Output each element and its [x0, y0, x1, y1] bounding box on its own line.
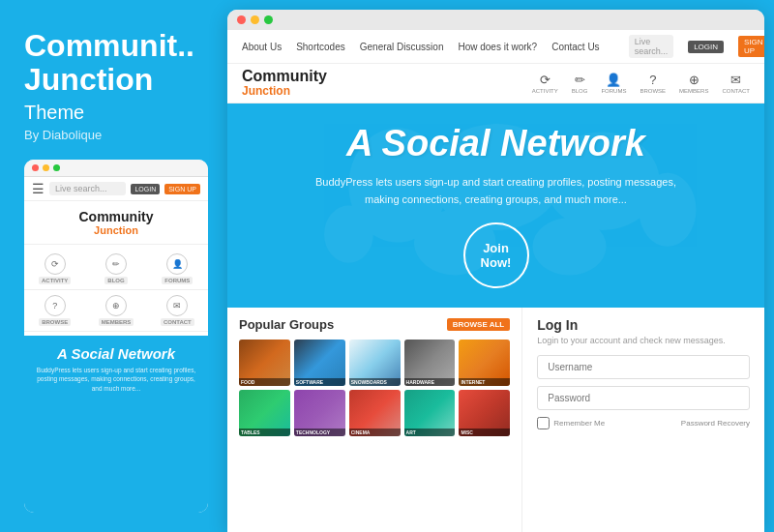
site-nav: About Us Shortcodes General Discussion H… — [227, 30, 764, 64]
mobile-dot-red — [32, 164, 39, 171]
browser-dot-green — [264, 15, 273, 24]
site-bottom: Popular Groups BROWSE ALL FOOD SOFTWARE … — [227, 308, 764, 532]
group-misc[interactable]: MISC — [459, 390, 510, 436]
site-header: Community Junction ⟳ ACTIVITY ✏ BLOG 👤 F… — [227, 64, 764, 103]
header-forums-icon[interactable]: 👤 FORUMS — [601, 73, 626, 94]
browser-mockup: About Us Shortcodes General Discussion H… — [227, 10, 764, 532]
mobile-signup-button[interactable]: SIGN UP — [164, 184, 200, 194]
header-icons: ⟳ ACTIVITY ✏ BLOG 👤 FORUMS ? BROWSE ⊕ ME… — [532, 73, 750, 94]
login-subtitle: Login to your account and check new mess… — [537, 336, 750, 345]
header-contact-icon[interactable]: ✉ CONTACT — [722, 73, 750, 94]
login-footer: Remember Me Password Recovery — [537, 417, 750, 429]
group-food[interactable]: FOOD — [239, 340, 290, 386]
nav-signup-button[interactable]: SIGN UP — [738, 36, 764, 57]
browse-icon: ? — [45, 295, 66, 316]
mobile-icon-contact: ✉ CONTACT — [147, 290, 208, 332]
header-members-icon[interactable]: ⊕ MEMBERS — [679, 73, 708, 94]
mobile-hero-title: A Social Network — [32, 345, 200, 362]
theme-title: Communit.. Junction — [24, 29, 208, 97]
theme-subtitle: Theme — [24, 102, 208, 124]
popular-groups-header: Popular Groups BROWSE ALL — [239, 317, 510, 332]
mobile-dot-green — [53, 164, 60, 171]
popular-groups-title: Popular Groups — [239, 317, 447, 332]
mobile-hero-text: BuddyPress lets users sign-up and start … — [32, 366, 200, 392]
group-snowboards[interactable]: SNOWBOARDS — [349, 340, 401, 386]
mobile-icon-forums: 👤 FORUMS — [147, 249, 208, 290]
nav-about[interactable]: About Us — [242, 42, 282, 52]
browser-dot-red — [237, 15, 246, 24]
group-software[interactable]: SOFTWARE — [294, 340, 345, 386]
browser-dot-yellow — [251, 15, 259, 24]
mobile-icon-activity: ⟳ ACTIVITY — [24, 249, 85, 290]
mobile-icon-browse: ? BROWSE — [24, 290, 85, 332]
header-blog-icon[interactable]: ✏ BLOG — [572, 73, 588, 94]
hamburger-icon: ☰ — [32, 181, 45, 196]
group-cinema[interactable]: CINEMA — [349, 390, 401, 436]
nav-search-input[interactable]: Live search... — [629, 35, 674, 58]
mobile-top-bar — [24, 160, 208, 177]
hero-description: BuddyPress lets users sign-up and start … — [313, 174, 680, 208]
browser-top-bar — [227, 10, 764, 30]
header-activity-icon[interactable]: ⟳ ACTIVITY — [532, 73, 558, 94]
nav-contact[interactable]: Contact Us — [551, 42, 599, 52]
mobile-icons-grid: ⟳ ACTIVITY ✏ BLOG 👤 FORUMS ? BROWSE ⊕ ME… — [24, 245, 208, 336]
blog-icon: ✏ — [105, 253, 127, 275]
group-technology[interactable]: TECHNOLOGY — [294, 390, 345, 436]
site-hero: A Social Network BuddyPress lets users s… — [227, 103, 764, 308]
group-tables[interactable]: TABLES — [239, 390, 290, 436]
nav-login-button[interactable]: LOGIN — [688, 41, 724, 53]
members-icon: ⊕ — [105, 295, 127, 316]
activity-icon: ⟳ — [45, 253, 66, 275]
nav-general[interactable]: General Discussion — [360, 42, 444, 52]
group-internet[interactable]: INTERNET — [459, 340, 510, 386]
join-now-button[interactable]: Join Now! — [463, 222, 529, 288]
svg-point-4 — [324, 206, 373, 263]
group-hardware[interactable]: HARDWARE — [404, 340, 456, 386]
password-recovery-link[interactable]: Password Recovery — [681, 419, 750, 428]
login-title: Log In — [537, 317, 750, 333]
username-input[interactable] — [537, 355, 750, 379]
login-section: Log In Login to your account and check n… — [522, 308, 764, 532]
mobile-logo: Community Junction — [24, 201, 208, 245]
site-logo: Community Junction — [242, 69, 327, 98]
mobile-mockup: ☰ Live search... LOGIN SIGN UP Community… — [24, 160, 208, 513]
remember-me-label: Remember Me — [553, 419, 681, 428]
password-input[interactable] — [537, 386, 750, 410]
popular-groups-section: Popular Groups BROWSE ALL FOOD SOFTWARE … — [227, 308, 522, 532]
browse-all-button[interactable]: BROWSE ALL — [447, 318, 510, 331]
forums-icon: 👤 — [166, 253, 188, 275]
mobile-nav: ☰ Live search... LOGIN SIGN UP — [24, 177, 208, 201]
group-art[interactable]: ART — [404, 390, 456, 436]
left-panel: Communit.. Junction Theme By Diabolique … — [0, 0, 227, 532]
theme-by: By Diabolique — [24, 128, 208, 142]
mobile-login-button[interactable]: LOGIN — [131, 184, 160, 194]
nav-how[interactable]: How does it work? — [458, 42, 537, 52]
mobile-icon-blog: ✏ BLOG — [85, 249, 146, 290]
remember-me-checkbox[interactable] — [537, 417, 550, 429]
contact-icon: ✉ — [166, 295, 188, 316]
header-browse-icon[interactable]: ? BROWSE — [640, 73, 666, 94]
mobile-search-bar[interactable]: Live search... — [49, 182, 126, 195]
hero-title: A Social Network — [256, 123, 735, 164]
nav-shortcodes[interactable]: Shortcodes — [296, 42, 345, 52]
svg-point-6 — [533, 218, 607, 275]
mobile-hero: A Social Network BuddyPress lets users s… — [24, 336, 208, 513]
mobile-icon-members: ⊕ MEMBERS — [85, 290, 146, 332]
groups-grid: FOOD SOFTWARE SNOWBOARDS HARDWARE INTERN… — [239, 340, 510, 436]
mobile-dot-yellow — [43, 164, 49, 171]
